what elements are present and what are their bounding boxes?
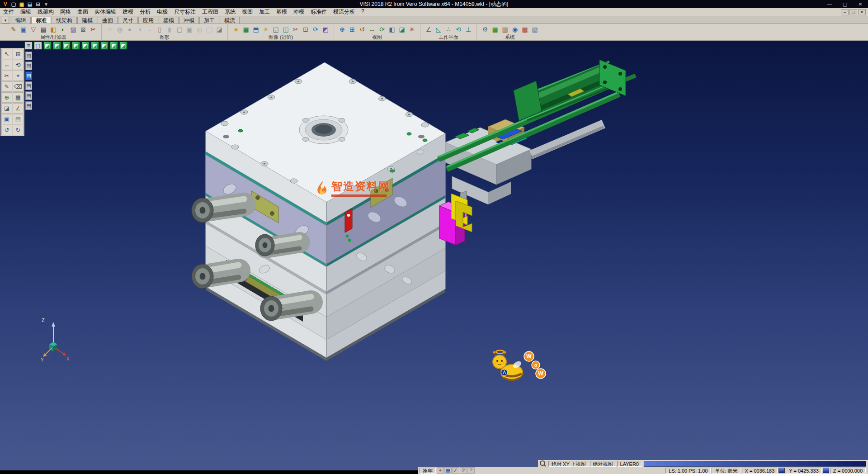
view-top-icon[interactable]: ◩	[53, 42, 61, 50]
menu-item[interactable]: 线架构	[34, 8, 57, 16]
filter-icon[interactable]: ▽	[29, 25, 38, 34]
quickbar-caret-icon[interactable]: ▾	[42, 1, 50, 8]
mdi-minimize-button[interactable]: –	[841, 9, 849, 15]
pan-icon[interactable]: ↔	[368, 25, 377, 34]
tab-dropdown-icon[interactable]: ▾	[2, 17, 9, 24]
tab[interactable]: 加工	[199, 17, 219, 24]
rotate-view-icon[interactable]: ⟳	[377, 25, 387, 34]
tab[interactable]: 线架构	[52, 17, 77, 24]
status-abs-view[interactable]: 绝对视图	[590, 461, 616, 467]
menu-item[interactable]: 塑模	[273, 8, 290, 16]
material-grid-icon[interactable]: ▦	[491, 25, 500, 34]
view-back-icon[interactable]: ◩	[91, 42, 99, 50]
view-bottom-icon[interactable]: ◩	[100, 42, 108, 50]
window-select-icon[interactable]: ⊞	[13, 49, 24, 59]
front-view-icon[interactable]: ◧	[387, 25, 396, 34]
menu-item[interactable]: 网格	[57, 8, 74, 16]
animation-icon[interactable]: ⟳	[311, 25, 320, 34]
menu-item[interactable]: 建模	[119, 8, 137, 16]
view-trimetric-icon[interactable]: ◩	[119, 42, 127, 50]
overlay-doc-1-icon[interactable]: ▤	[25, 52, 32, 60]
zoom-previous-icon[interactable]: ↺	[358, 25, 367, 34]
menu-item[interactable]: 编辑	[17, 8, 34, 16]
snap-icon[interactable]: ⊕	[1, 92, 12, 103]
overlay-doc-2-icon[interactable]: ▤	[25, 62, 32, 70]
copy-attributes-icon[interactable]: ▣	[19, 25, 28, 34]
view-dimetric-icon[interactable]: ◩	[110, 42, 118, 50]
move-icon[interactable]: ↔	[1, 60, 12, 70]
menu-item[interactable]: 模流分析	[330, 8, 358, 16]
shadow-icon[interactable]: ◱	[271, 25, 280, 34]
context-help-icon[interactable]: ?	[467, 467, 475, 474]
shaded-edges-icon[interactable]: ◑	[135, 25, 144, 34]
render-icon[interactable]: ★	[231, 25, 241, 34]
search-icon[interactable]	[540, 460, 546, 467]
tab[interactable]: 冲模	[179, 17, 199, 24]
shaded-icon[interactable]: ●	[125, 25, 134, 34]
trim-icon[interactable]: ✂	[1, 71, 12, 81]
visi-logo-icon[interactable]: V	[2, 1, 9, 8]
menu-item[interactable]: 电极	[154, 8, 171, 16]
undo-icon[interactable]: ↺	[1, 125, 12, 135]
view-front-icon[interactable]: ◩	[62, 42, 71, 50]
copy-icon[interactable]: ▣	[1, 114, 12, 124]
delete-icon[interactable]: ⌫	[13, 81, 24, 92]
overlay-doc-4-icon[interactable]: ▤	[25, 81, 32, 90]
stereo-icon[interactable]: ◩	[321, 25, 330, 34]
menu-item[interactable]: 工程图	[199, 8, 222, 16]
selection-filter-icon[interactable]: ⊠	[79, 25, 88, 34]
tab[interactable]: 尺寸	[118, 17, 138, 24]
layer-manager-icon[interactable]: ▤	[39, 25, 48, 34]
reflection-icon[interactable]: ◫	[281, 25, 290, 34]
view-iso-icon[interactable]: ◩	[43, 42, 52, 50]
menu-item[interactable]: 标准件	[307, 8, 330, 16]
angle-icon[interactable]: ∠	[13, 103, 24, 114]
background-icon[interactable]: ⬒	[251, 25, 260, 34]
torus-view-icon[interactable]: ◯	[205, 25, 214, 34]
tab[interactable]: 应用	[138, 17, 158, 24]
view-menu-icon[interactable]: ≡	[24, 42, 33, 50]
element-mask-icon[interactable]: ▨	[69, 25, 78, 34]
plane-icon[interactable]: ◪	[1, 103, 12, 114]
lighting-icon[interactable]: ☀	[261, 25, 270, 34]
ortho-mode-icon[interactable]: ∠	[452, 467, 459, 474]
array-icon[interactable]: ▤	[13, 114, 24, 124]
tab[interactable]: 曲面	[98, 17, 118, 24]
cylinder-view-icon[interactable]: ▯	[155, 25, 164, 34]
menu-item[interactable]: 曲面	[74, 8, 91, 16]
workplane-3points-icon[interactable]: ∴	[444, 25, 453, 34]
sketch-icon[interactable]: ✎	[1, 81, 12, 92]
select-icon[interactable]: ↖	[1, 49, 12, 59]
visibility-icon[interactable]: ◐	[59, 25, 68, 34]
menu-item[interactable]: ?	[358, 8, 368, 16]
print-icon[interactable]: ⊟	[34, 1, 42, 8]
section-view-icon[interactable]: ◪	[215, 25, 224, 34]
snapshot-icon[interactable]: ⊡	[301, 25, 310, 34]
hidden-line-icon[interactable]: ◎	[115, 25, 124, 34]
wireframe-icon[interactable]: ○	[105, 25, 114, 34]
minimize-button[interactable]: —	[822, 0, 837, 8]
settings-icon[interactable]: ⚙	[481, 25, 490, 34]
translucent-icon[interactable]: ◒	[145, 25, 154, 34]
menu-item[interactable]: 文件	[0, 8, 17, 16]
rotate-icon[interactable]: ⟲	[13, 60, 24, 70]
save-file-icon[interactable]: ⬓	[26, 1, 33, 8]
menu-item[interactable]: 冲模	[290, 8, 307, 16]
overlay-doc-3-icon[interactable]: ▤	[25, 71, 32, 80]
texture-icon[interactable]: ▦	[241, 25, 250, 34]
report-icon[interactable]: ▧	[530, 25, 539, 34]
menu-item[interactable]: 分析	[137, 8, 154, 16]
sphere-view-icon[interactable]: ◍	[195, 25, 204, 34]
grid-icon[interactable]: ▦	[13, 92, 24, 103]
color-swap-icon[interactable]: ◧	[49, 25, 58, 34]
overlay-doc-6-icon[interactable]: ▤	[25, 101, 32, 110]
tab[interactable]: 模流	[220, 17, 240, 24]
box-view-icon[interactable]: ▢	[175, 25, 184, 34]
maximize-button[interactable]: ▢	[837, 0, 853, 8]
new-file-icon[interactable]: ▢	[10, 1, 17, 8]
table-icon[interactable]: ▩	[520, 25, 529, 34]
workplane-reset-icon[interactable]: ⊥	[464, 25, 473, 34]
measure-icon[interactable]: ⌖	[13, 71, 24, 81]
iso-view-icon[interactable]: ◪	[397, 25, 406, 34]
zoom-window-icon[interactable]: ⊞	[348, 25, 357, 34]
